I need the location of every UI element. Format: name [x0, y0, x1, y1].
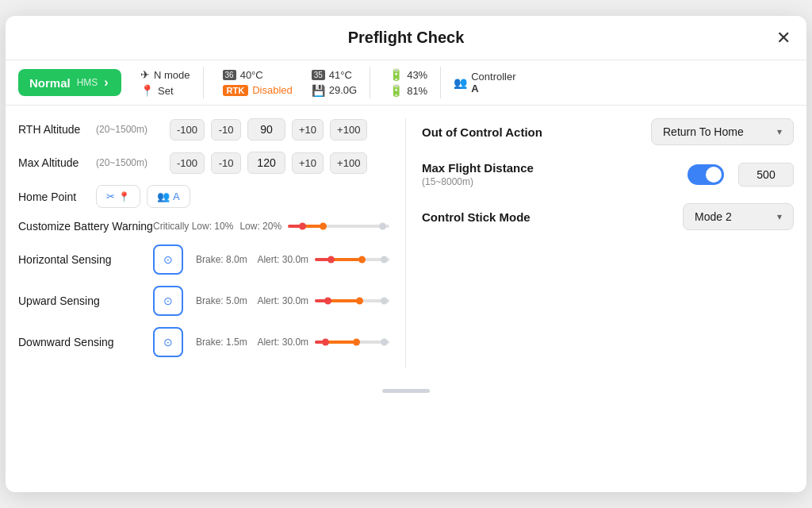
upward-sensing-btn[interactable]: ⊙ — [153, 286, 183, 316]
max-label: Max Altitude — [18, 156, 90, 169]
u-dot-red — [324, 298, 331, 305]
temp-group: 36 40°C RTK Disabled — [223, 69, 293, 96]
set-item: 📍 Set — [140, 84, 190, 97]
max-flight-toggle[interactable] — [688, 164, 724, 185]
rtk-item: RTK Disabled — [223, 84, 293, 96]
upward-sensing-row: Upward Sensing ⊙ Brake: 5.0m Alert: 30.0… — [18, 286, 389, 316]
home-point-drone-btn[interactable]: ✂ 📍 — [96, 185, 140, 208]
divider1 — [203, 67, 204, 98]
max-range: (20~1500m) — [96, 157, 163, 168]
temp2-value: 41°C — [329, 69, 352, 81]
horizontal-sensing-row: Horizontal Sensing ⊙ Brake: 8.0m Alert: … — [18, 244, 389, 275]
n-mode-label: N mode — [154, 69, 190, 81]
h-dot-end — [381, 256, 388, 264]
upward-sensing-right: Brake: 5.0m Alert: 30.0m — [183, 295, 389, 306]
downward-sensing-btn[interactable]: ⊙ — [153, 327, 183, 357]
out-of-control-dropdown[interactable]: Return To Home ▾ — [651, 118, 794, 145]
downward-sensing-right: Brake: 1.5m Alert: 30.0m — [183, 337, 389, 348]
horizontal-slider[interactable] — [315, 254, 389, 265]
battery-dot-red — [299, 223, 306, 230]
battery1-icon: 🔋 — [389, 68, 403, 81]
storage-value: 29.0G — [329, 84, 357, 96]
max-plus100-btn[interactable]: +100 — [330, 152, 367, 174]
max-plus10-btn[interactable]: +10 — [292, 152, 324, 174]
max-minus10-btn[interactable]: -10 — [211, 152, 241, 174]
max-minus100-btn[interactable]: -100 — [170, 152, 205, 174]
battery-warning-row: Customize Battery Warning Critically Low… — [18, 219, 389, 233]
location-pin-icon: 📍 — [118, 191, 130, 202]
battery2-value: 81% — [407, 85, 427, 97]
temp2-item: 35 41°C — [312, 69, 357, 81]
set-label: Set — [158, 85, 174, 97]
horizontal-sensing-btn[interactable]: ⊙ — [153, 244, 183, 275]
location-icon: 📍 — [140, 84, 154, 97]
u-fill-red — [315, 299, 325, 302]
h-track — [315, 258, 389, 261]
rth-minus10-btn[interactable]: -10 — [211, 119, 241, 140]
horizontal-sensing-icon: ⊙ — [163, 253, 173, 266]
controller-icon: 👥 — [454, 76, 467, 89]
control-stick-value: Mode 2 — [695, 210, 732, 223]
rth-value: 90 — [247, 118, 285, 140]
control-stick-row: Control Stick Mode Mode 2 ▾ — [422, 203, 794, 230]
battery2-icon: 🔋 — [389, 84, 403, 97]
storage-item: 💾 29.0G — [312, 84, 357, 97]
home-point-buttons: ✂ 📍 👥 A — [96, 185, 190, 208]
status-bar: Normal HMS › ✈ N mode 📍 Set 36 40°C RTK — [6, 60, 806, 106]
home-point-controller-btn[interactable]: 👥 A — [147, 185, 190, 208]
rth-plus100-btn[interactable]: +100 — [330, 119, 367, 140]
max-flight-row: Max Flight Distance (15~8000m) 500 — [422, 161, 794, 187]
upward-sensing-icon: ⊙ — [163, 294, 173, 307]
bottom-indicator — [382, 389, 430, 393]
out-of-control-label: Out of Control Action — [422, 125, 549, 139]
out-of-control-value: Return To Home — [663, 125, 744, 138]
battery-fill-red — [288, 225, 300, 228]
upward-slider[interactable] — [315, 295, 389, 306]
d-brake-text: Brake: 1.5m Alert: 30.0m — [196, 337, 308, 348]
downward-label: Downward Sensing — [18, 336, 153, 348]
max-flight-value[interactable]: 500 — [738, 163, 794, 187]
mode-arrow-icon: › — [104, 75, 108, 90]
max-flight-range: (15~8000m) — [422, 176, 549, 187]
horizontal-label: Horizontal Sensing — [18, 253, 153, 266]
home-point-label: Home Point — [18, 190, 90, 203]
divider2 — [370, 67, 370, 98]
upward-label: Upward Sensing — [18, 294, 153, 307]
left-panel: RTH Altitude (20~1500m) -100 -10 90 +10 … — [18, 118, 406, 368]
controller-id: A — [471, 83, 515, 94]
mode-label: Normal — [29, 76, 71, 90]
temp1-badge: 36 — [223, 70, 236, 80]
modal-header: Preflight Check ✕ — [6, 16, 806, 60]
max-flight-info: Max Flight Distance (15~8000m) — [422, 161, 549, 187]
home-point-row: Home Point ✂ 📍 👥 A — [18, 185, 389, 208]
d-dot-end — [381, 339, 388, 346]
close-button[interactable]: ✕ — [776, 29, 791, 47]
downward-sensing-icon: ⊙ — [163, 336, 173, 348]
person-icon: 👥 — [157, 190, 170, 202]
bottom-bar — [6, 389, 806, 393]
h-dot-red — [327, 256, 335, 264]
mode-button[interactable]: Normal HMS › — [18, 69, 121, 96]
controller-label: Controller — [471, 71, 515, 83]
u-brake-text: Brake: 5.0m Alert: 30.0m — [196, 295, 308, 306]
u-track — [315, 299, 389, 302]
modal-title: Preflight Check — [348, 29, 465, 47]
control-stick-dropdown[interactable]: Mode 2 ▾ — [683, 203, 794, 230]
rtk-status: Disabled — [252, 84, 293, 96]
flight-mode-group: ✈ N mode 📍 Set — [140, 68, 190, 97]
rth-minus100-btn[interactable]: -100 — [170, 119, 205, 140]
controller-info: Controller A — [471, 71, 515, 94]
d-dot-red — [322, 339, 329, 346]
out-of-control-row: Out of Control Action Return To Home ▾ — [422, 118, 794, 145]
downward-slider[interactable] — [315, 337, 389, 348]
drone-location-icon: ✂ — [106, 190, 115, 202]
hms-label: HMS — [77, 77, 98, 88]
max-value: 120 — [247, 152, 285, 174]
rth-plus10-btn[interactable]: +10 — [292, 119, 324, 140]
temp1-value: 40°C — [240, 69, 263, 81]
battery-slider[interactable] — [288, 219, 389, 233]
controller-item: 👥 Controller A — [454, 71, 515, 94]
horizontal-sensing-right: Brake: 8.0m Alert: 30.0m — [183, 254, 389, 265]
battery-info: Critically Low: 10% Low: 20% — [153, 219, 389, 233]
battery-group: 🔋 43% 🔋 81% — [389, 68, 427, 97]
